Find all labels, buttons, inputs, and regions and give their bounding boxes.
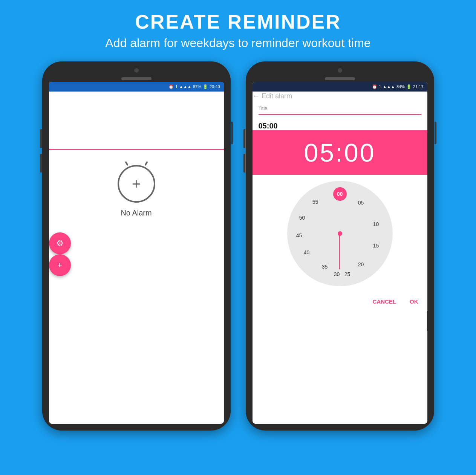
settings-icon: ⚙: [56, 238, 64, 248]
phone2-speaker: [325, 77, 355, 80]
time-display-box: 05:00: [253, 119, 427, 130]
clock-num-35: 35: [322, 264, 328, 270]
page-title: CREATE REMINDER: [135, 11, 341, 33]
phone2-content: Title 05:00 05:00 0: [253, 100, 427, 311]
tab-warmup[interactable]: WARM UP: [49, 113, 224, 125]
phone2-alarm-icon: ⏰: [372, 84, 377, 89]
phone2-signal-icon: ▲▲▲: [383, 84, 395, 89]
clock-num-50: 50: [299, 215, 305, 221]
notification-badge: 1: [175, 84, 178, 89]
clock-num-55: 55: [312, 199, 318, 205]
add-icon: +: [57, 260, 62, 270]
tab-alarm[interactable]: ALARM: [49, 137, 224, 150]
page-subtitle: Add alarm for weekdays to reminder worko…: [105, 36, 370, 50]
phone2: ⏰ 1 ▲▲▲ 84% 🔋 21:17 ← Edit alarm Title: [246, 61, 434, 431]
clock-actions: CANCEL OK: [253, 292, 427, 311]
battery-icon: 🔋: [203, 84, 208, 89]
clock-num-45: 45: [296, 232, 302, 238]
clock-cancel-button[interactable]: CANCEL: [370, 297, 399, 306]
vol-down-button[interactable]: [40, 154, 42, 173]
phone2-vol-down-button[interactable]: [243, 154, 245, 173]
title-field-value[interactable]: [259, 113, 421, 115]
clock-num-40: 40: [304, 249, 310, 255]
more-options-icon[interactable]: ⋮: [116, 92, 124, 100]
phone1-status-bar: ⏰ 1 ▲▲▲ 87% 🔋 20:40: [49, 82, 224, 92]
alarm-circle-icon: +: [118, 165, 155, 203]
phone1: ⏰ 1 ▲▲▲ 87% 🔋 20:40 ☰ Home Workouts ⋮ WO…: [42, 61, 231, 431]
edit-fields: Title: [253, 100, 427, 115]
vol-up-button[interactable]: [40, 129, 42, 148]
clock-num-30: 30: [334, 271, 340, 277]
phone2-notch: [253, 68, 427, 75]
phone2-time-display: 21:17: [413, 84, 424, 89]
power-button[interactable]: [231, 122, 233, 144]
clock-num-10: 10: [373, 221, 379, 227]
clock-container: 00 05 10 15 20 25 30 35 40 45 50 55: [253, 175, 427, 292]
clock-num-25: 25: [344, 271, 350, 277]
clock-num-20: 20: [358, 261, 364, 267]
phone1-speaker: [121, 77, 152, 80]
no-alarm-text: No Alarm: [121, 209, 152, 217]
phone2-notif-badge: 1: [379, 84, 381, 89]
clock-hand: [339, 234, 340, 269]
phone2-battery-text: 84%: [396, 84, 405, 89]
add-alarm-icon: +: [132, 176, 141, 191]
phone1-notch: [49, 68, 224, 75]
battery-text: 87%: [193, 84, 201, 89]
clock-num-15: 15: [373, 243, 379, 249]
phone2-screen: ⏰ 1 ▲▲▲ 84% 🔋 21:17 ← Edit alarm Title: [253, 82, 427, 424]
time-picker-large[interactable]: 05:00: [304, 138, 375, 167]
phone2-bottom-bar: DONE CANCEL: [253, 311, 427, 351]
phone1-screen: ⏰ 1 ▲▲▲ 87% 🔋 20:40 ☰ Home Workouts ⋮ WO…: [49, 82, 224, 424]
phone2-battery-icon: 🔋: [406, 84, 412, 89]
phone2-status-bar: ⏰ 1 ▲▲▲ 84% 🔋 21:17: [253, 82, 427, 92]
settings-fab-button[interactable]: ⚙: [49, 232, 71, 254]
alarm-status-icon: ⏰: [168, 84, 174, 89]
clock-face[interactable]: 00 05 10 15 20 25 30 35 40 45 50 55: [287, 181, 393, 286]
clock-num-05: 05: [358, 200, 364, 206]
phone2-camera: [338, 68, 342, 73]
phone1-camera: [134, 68, 139, 73]
phone1-top-bar: ☰ Home Workouts ⋮: [49, 92, 224, 101]
tab-diet[interactable]: DIET PLAN: [49, 125, 224, 137]
app-title: Home Workouts: [57, 92, 115, 100]
time-small: 05:00: [259, 122, 278, 130]
tab-workouts[interactable]: WORKOUTS: [49, 101, 224, 113]
alarm-card: + No Alarm: [49, 150, 224, 232]
clock-center-dot: [338, 231, 342, 236]
phone1-content: + No Alarm: [49, 150, 224, 232]
edit-alarm-title: Edit alarm: [262, 92, 292, 100]
phones-container: ⏰ 1 ▲▲▲ 87% 🔋 20:40 ☰ Home Workouts ⋮ WO…: [27, 61, 449, 431]
title-field-label: Title: [259, 105, 421, 111]
phone1-tabs: WORKOUTS WARM UP DIET PLAN ALARM: [49, 101, 224, 150]
phone2-top-bar: ← Edit alarm: [253, 92, 427, 100]
back-icon[interactable]: ←: [253, 92, 260, 100]
clock-ok-button[interactable]: OK: [407, 297, 421, 306]
clock-selected-00: 00: [333, 187, 347, 201]
phone2-power-button[interactable]: [435, 122, 436, 144]
time-display: 20:40: [210, 84, 220, 89]
done-button[interactable]: DONE: [253, 311, 427, 331]
cancel-button[interactable]: CANCEL: [253, 331, 427, 351]
add-fab-button[interactable]: +: [49, 254, 71, 276]
time-picker-header: 05:00: [253, 130, 427, 175]
phone1-fab-bar: ⚙ +: [49, 232, 224, 276]
signal-icon: ▲▲▲: [179, 84, 191, 89]
menu-icon[interactable]: ☰: [49, 92, 56, 100]
phone2-vol-up-button[interactable]: [243, 129, 245, 148]
